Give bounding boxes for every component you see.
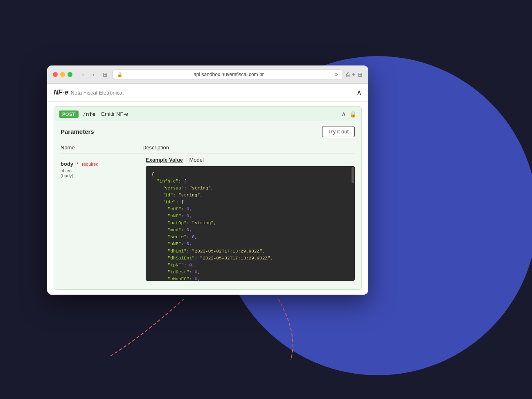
address-bar[interactable]: 🔒 api.sandbox.nuvemfiscal.com.br ⟳ — [113, 70, 343, 79]
path-bold: nfe — [86, 111, 95, 117]
extensions-icon[interactable]: ⊞ — [358, 71, 363, 78]
body-param-name-cell: body * required object (body) — [61, 157, 142, 281]
try-it-button[interactable]: Try it out — [322, 126, 355, 137]
method-badge: POST — [59, 110, 79, 118]
code-block: { "infNFe": { "versao": "string", "Id": … — [146, 166, 355, 281]
parameters-title: Parameters — [61, 128, 94, 135]
browser-actions: ⎙ + ⊞ — [346, 71, 363, 78]
app-title-nfe: NF-e — [54, 89, 68, 96]
col-description: Description — [142, 144, 355, 151]
app-title-full: Nota Fiscal Eletrônica. — [71, 90, 124, 96]
body-param-type: object (body) — [61, 168, 142, 178]
traffic-lights — [53, 72, 72, 77]
minimize-button[interactable] — [60, 72, 65, 77]
app-header: NF-e Nota Fiscal Eletrônica. ∧ — [47, 84, 368, 101]
example-value-tab[interactable]: Example Value — [146, 157, 183, 163]
close-button[interactable] — [53, 72, 58, 77]
app-title: NF-e Nota Fiscal Eletrônica. — [54, 89, 124, 96]
fullscreen-button[interactable] — [68, 72, 72, 77]
new-tab-icon[interactable]: + — [352, 71, 355, 78]
browser-window: ‹ › ⊞ 🔒 api.sandbox.nuvemfiscal.com.br ⟳… — [47, 65, 368, 295]
endpoint-path: /nfe — [83, 111, 95, 117]
endpoint-collapse-button[interactable]: ∧ — [341, 110, 346, 118]
code-scrollbar — [352, 167, 354, 183]
body-param-name: body — [61, 161, 73, 167]
endpoint-controls: ∧ 🔒 — [341, 110, 356, 118]
body-param-row: body * required object (body) Example Va… — [61, 157, 355, 281]
parameters-section: Parameters Try it out Name Description b… — [54, 121, 361, 284]
required-text: required — [82, 162, 98, 167]
browser-content: NF-e Nota Fiscal Eletrônica. ∧ POST /nfe… — [47, 84, 368, 295]
app-collapse-button[interactable]: ∧ — [356, 88, 362, 97]
url-text: api.sandbox.nuvemfiscal.com.br — [125, 72, 332, 77]
endpoint-section: POST /nfe Emitir NF-e ∧ 🔒 Parameters Try… — [54, 106, 362, 290]
browser-chrome: ‹ › ⊞ 🔒 api.sandbox.nuvemfiscal.com.br ⟳… — [47, 65, 368, 84]
tab-icon[interactable]: ⊞ — [101, 70, 109, 79]
parameters-header: Parameters Try it out — [61, 126, 355, 137]
browser-nav: ‹ › — [79, 70, 98, 79]
nfe-label: NF-e — [54, 89, 68, 96]
share-icon[interactable]: ⎙ — [346, 71, 349, 78]
forward-button[interactable]: › — [90, 70, 98, 79]
lock-icon: 🔒 — [349, 111, 356, 117]
back-button[interactable]: ‹ — [79, 70, 87, 79]
example-model-tabs: Example Value | Model — [146, 157, 355, 163]
required-star: * — [77, 162, 79, 167]
content-type-label: Parameter content type — [61, 288, 355, 290]
tab-divider: | — [185, 157, 187, 163]
params-table-header: Name Description — [61, 142, 355, 153]
model-tab[interactable]: Model — [189, 157, 203, 163]
content-type-row: Parameter content type application/json … — [54, 284, 361, 290]
endpoint-header: POST /nfe Emitir NF-e ∧ 🔒 — [54, 107, 361, 121]
endpoint-name: Emitir NF-e — [101, 111, 128, 117]
body-param-description-cell: Example Value | Model { "infNFe": { "ver… — [142, 157, 355, 281]
col-name: Name — [61, 144, 142, 151]
